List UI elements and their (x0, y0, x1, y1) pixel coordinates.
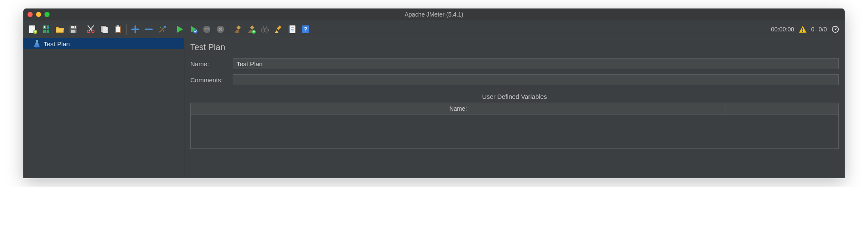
comments-input[interactable] (233, 74, 839, 85)
vars-table: Name: (190, 103, 839, 149)
notebook-icon (287, 25, 297, 34)
flask-icon (33, 40, 40, 48)
error-count: 0 (811, 26, 815, 33)
broom-yellow-icon (274, 25, 283, 34)
svg-rect-15 (117, 25, 119, 27)
shutdown-button[interactable] (214, 23, 227, 36)
clipboard-icon (113, 25, 122, 34)
copy-icon (100, 25, 109, 34)
svg-point-27 (264, 28, 269, 32)
svg-point-17 (160, 26, 161, 27)
svg-rect-6 (71, 26, 76, 28)
plus-icon (131, 25, 140, 34)
save-button[interactable] (67, 23, 80, 36)
app-window: Apache JMeter (5.4.1) (23, 8, 845, 178)
help-button[interactable]: ? (299, 23, 312, 36)
vars-col-name: Name: (191, 103, 726, 114)
start-button[interactable] (173, 23, 186, 36)
comments-label: Comments: (190, 76, 233, 84)
tree-item-label: Test Plan (44, 40, 70, 48)
svg-text:?: ? (304, 26, 308, 33)
broom-all-icon (247, 25, 256, 34)
play-icon (175, 25, 184, 34)
save-icon (69, 25, 78, 34)
cut-button[interactable] (84, 23, 97, 36)
templates-button[interactable] (40, 23, 53, 36)
new-button[interactable] (26, 23, 39, 36)
broom-icon (233, 25, 242, 34)
help-icon: ? (301, 25, 310, 34)
expand-button[interactable] (129, 23, 142, 36)
open-button[interactable] (53, 23, 66, 36)
svg-rect-29 (266, 26, 267, 28)
new-file-icon (28, 25, 37, 34)
stop-button[interactable]: STOP (200, 23, 213, 36)
toggle-button[interactable] (156, 23, 169, 36)
warning-icon[interactable] (798, 25, 807, 34)
wand-icon (158, 25, 167, 34)
thread-count: 0/0 (819, 26, 827, 33)
search-button[interactable] (259, 23, 271, 36)
svg-rect-12 (103, 27, 108, 33)
svg-point-38 (835, 28, 836, 30)
traffic-minimize-button[interactable] (36, 12, 41, 17)
paste-button[interactable] (111, 23, 124, 36)
status-bar: 00:00:00 0 0/0 (771, 25, 842, 34)
toolbar: STOP (23, 20, 845, 38)
svg-text:STOP: STOP (204, 28, 210, 31)
svg-rect-14 (116, 27, 120, 32)
elapsed-time: 00:00:00 (771, 26, 794, 33)
shutdown-icon (216, 25, 225, 34)
clear-all-button[interactable] (245, 23, 258, 36)
svg-rect-28 (263, 26, 264, 28)
binoculars-icon (260, 25, 270, 34)
svg-rect-8 (74, 26, 75, 28)
editor-panel: Test Plan Name: Comments: User Defined V… (184, 38, 845, 178)
minus-icon (144, 25, 153, 34)
scissors-icon (86, 25, 95, 34)
templates-icon (42, 25, 51, 34)
svg-point-4 (47, 26, 49, 28)
test-tree[interactable]: Test Plan (23, 38, 184, 178)
traffic-close-button[interactable] (28, 12, 33, 17)
svg-point-3 (44, 26, 45, 28)
panel-heading: Test Plan (190, 42, 839, 52)
name-label: Name: (190, 60, 233, 67)
svg-point-35 (802, 31, 803, 32)
vars-table-body[interactable] (191, 115, 838, 148)
window-title: Apache JMeter (5.4.1) (23, 11, 845, 18)
start-no-pauses-button[interactable] (187, 23, 200, 36)
tree-item-test-plan[interactable]: Test Plan (23, 38, 184, 49)
clear-button[interactable] (231, 23, 244, 36)
function-helper-button[interactable] (286, 23, 298, 36)
traffic-maximize-button[interactable] (45, 12, 50, 17)
svg-rect-7 (71, 30, 75, 33)
vars-section-title: User Defined Variables (190, 93, 839, 100)
svg-rect-31 (289, 25, 290, 33)
titlebar: Apache JMeter (5.4.1) (23, 8, 845, 20)
svg-marker-19 (177, 26, 183, 33)
gauge-icon[interactable] (831, 25, 840, 34)
folder-open-icon (55, 25, 64, 34)
svg-point-18 (163, 30, 164, 31)
svg-point-16 (164, 25, 166, 28)
reset-search-button[interactable] (272, 23, 285, 36)
name-input[interactable] (233, 58, 839, 69)
play-no-pause-icon (189, 25, 198, 34)
vars-col-value (726, 103, 838, 114)
stop-icon: STOP (202, 25, 211, 34)
copy-button[interactable] (98, 23, 111, 36)
collapse-button[interactable] (142, 23, 155, 36)
